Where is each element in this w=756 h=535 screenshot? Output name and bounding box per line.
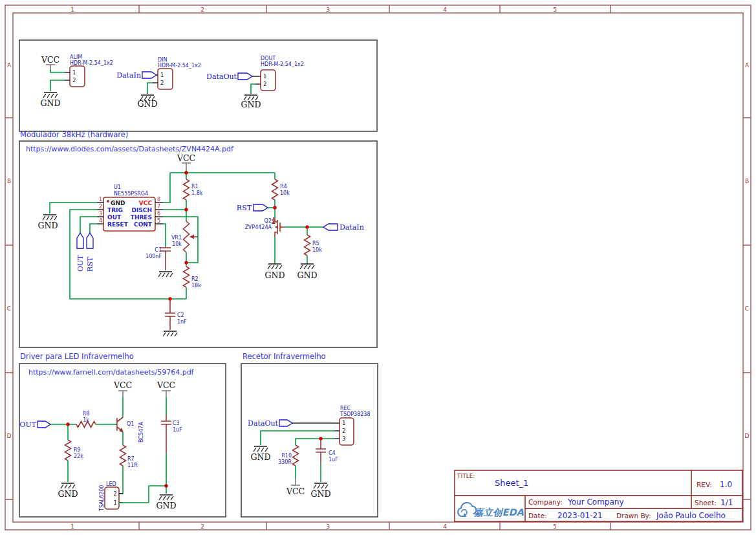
sheet-title[interactable]: Sheet_1 — [495, 478, 528, 488]
vcc-symbol[interactable] — [162, 391, 171, 397]
value-label[interactable]: NE555PSRG4 — [114, 191, 148, 197]
value-label[interactable]: 330R — [278, 459, 292, 465]
gnd-symbol[interactable] — [314, 483, 328, 488]
ref-label[interactable]: C4 — [329, 450, 336, 456]
ref-label[interactable]: VR1 — [171, 235, 182, 241]
wire[interactable] — [80, 217, 97, 233]
component-r2[interactable]: R2 18k — [184, 267, 202, 289]
gnd-label[interactable]: GND — [297, 270, 318, 280]
wire[interactable] — [50, 202, 97, 213]
section-modulator[interactable]: Modulador 38kHz (hardware) https://www.d… — [19, 130, 377, 347]
gnd-label[interactable]: GND — [265, 270, 285, 280]
capacitor-symbol[interactable] — [160, 248, 171, 251]
gnd-label[interactable]: GND — [157, 501, 177, 510]
ref-label[interactable]: Q2 — [265, 218, 272, 224]
component-r7[interactable]: R7 11R — [120, 445, 138, 468]
ref-label[interactable]: R2 — [191, 276, 199, 282]
component-u1[interactable]: U1 NE555PSRG4 1 2 3 4 8 7 6 5 GND TRIG O… — [97, 184, 163, 231]
power-gnd-c4[interactable]: GND — [311, 483, 331, 499]
net-flag-shape[interactable] — [142, 72, 157, 78]
vcc-symbol[interactable] — [182, 163, 191, 169]
ref-label[interactable]: R8 — [83, 411, 90, 417]
gnd-symbol[interactable] — [300, 264, 314, 269]
component-c1[interactable]: C1 100nF — [146, 247, 171, 270]
net-flag-out[interactable]: OUT — [19, 420, 50, 429]
power-vcc-c3[interactable]: VCC — [157, 380, 175, 397]
component-r4[interactable]: R4 10k — [272, 179, 290, 200]
power-gnd-alim[interactable]: GND — [41, 93, 61, 108]
net-flag-shape[interactable] — [77, 233, 83, 248]
net-flag-shape[interactable] — [279, 420, 292, 426]
net-flag-dataout-rec[interactable]: DataOut — [248, 419, 292, 428]
component-c4[interactable]: C4 1uF — [316, 439, 338, 464]
net-flag-out-vertical[interactable]: OUT — [76, 233, 85, 272]
vcc-label[interactable]: VCC — [113, 380, 132, 390]
net-flag-label[interactable]: DataOut — [206, 72, 237, 81]
net-flag-datain-din[interactable]: DataIn — [116, 71, 157, 80]
gnd-symbol[interactable] — [159, 495, 173, 500]
gnd-label[interactable]: GND — [311, 489, 331, 499]
wire[interactable] — [251, 84, 255, 94]
value-label[interactable]: BC547A — [138, 422, 144, 442]
value-label[interactable]: 22k — [74, 453, 83, 459]
net-flag-shape[interactable] — [238, 73, 252, 80]
net-flag-label[interactable]: RST — [86, 256, 94, 272]
value-label[interactable]: 100nF — [146, 254, 162, 259]
wire[interactable] — [163, 224, 166, 247]
company-value[interactable]: Your Company — [567, 497, 624, 507]
ref-label[interactable]: C3 — [173, 420, 180, 426]
net-flag-label[interactable]: DataOut — [248, 419, 278, 428]
power-gnd-q2[interactable]: GND — [265, 264, 285, 280]
ref-label[interactable]: ALIM — [70, 54, 82, 60]
value-label[interactable]: TSOP38238 — [340, 411, 371, 417]
net-flag-rst[interactable]: RST — [237, 204, 268, 212]
component-din[interactable]: DIN HDR-M-2.54_1x2 1 2 — [153, 57, 201, 89]
net-flag-datain-gate[interactable]: DataIn — [323, 223, 364, 232]
vcc-symbol[interactable] — [291, 479, 300, 485]
section-box[interactable] — [241, 364, 378, 517]
vcc-label[interactable]: VCC — [41, 55, 59, 65]
power-vcc-alim[interactable]: VCC — [41, 55, 59, 71]
gnd-label[interactable]: GND — [38, 221, 58, 230]
gnd-label[interactable]: GND — [251, 452, 271, 462]
section-driver[interactable]: Driver para LED Infravermelho https://ww… — [19, 352, 226, 517]
component-rec[interactable]: REC TSOP38238 1 2 3 — [334, 406, 371, 445]
component-c2[interactable]: C2 1nF — [165, 299, 187, 330]
ref-label[interactable]: DOUT — [261, 56, 275, 61]
power-gnd-r5[interactable]: GND — [297, 264, 318, 280]
power-gnd-rec[interactable]: GND — [251, 446, 271, 462]
datasheet-link[interactable]: https://www.farnell.com/datasheets/59764… — [28, 368, 195, 377]
value-label[interactable]: 10k — [280, 190, 290, 196]
rev-value[interactable]: 1.0 — [720, 480, 732, 489]
power-gnd-c3[interactable]: GND — [157, 495, 177, 510]
ref-label[interactable]: DIN — [158, 57, 167, 63]
value-label[interactable]: 1nF — [177, 319, 187, 325]
net-flag-dataout-dout[interactable]: DataOut — [206, 72, 252, 81]
power-vcc-q1[interactable]: VCC — [113, 380, 132, 397]
net-flag-label[interactable]: DataIn — [340, 223, 364, 232]
component-led[interactable]: LED TSAL6200 2 1 — [99, 481, 123, 512]
gnd-symbol[interactable] — [158, 272, 173, 277]
gnd-symbol[interactable] — [43, 215, 57, 220]
power-gnd-r9[interactable]: GND — [58, 483, 78, 499]
date-value[interactable]: 2023-01-21 — [557, 511, 603, 520]
gnd-symbol[interactable] — [61, 483, 75, 488]
ref-label[interactable]: C2 — [177, 312, 184, 318]
gnd-label[interactable]: GND — [58, 489, 78, 499]
section-title[interactable]: Driver para LED Infravermelho — [20, 352, 134, 361]
gnd-label[interactable]: GND — [138, 99, 158, 109]
net-flag-rst-vertical[interactable]: RST — [86, 233, 94, 272]
ref-label[interactable]: C1 — [155, 247, 162, 253]
ref-label[interactable]: R9 — [74, 447, 81, 453]
component-r10[interactable]: R10 330R — [278, 445, 298, 466]
wire[interactable] — [261, 431, 334, 445]
wire[interactable] — [268, 173, 275, 217]
power-gnd-u1[interactable]: GND — [38, 215, 58, 230]
value-label[interactable]: TSAL6200 — [99, 485, 105, 512]
value-label[interactable]: HDR-M-2.54_1x2 — [158, 63, 201, 69]
gnd-symbol[interactable] — [43, 93, 58, 98]
component-r5[interactable]: R5 10k — [305, 235, 323, 256]
ref-label[interactable]: U1 — [114, 184, 121, 190]
capacitor-symbol[interactable] — [316, 449, 326, 452]
net-flag-shape[interactable] — [323, 224, 338, 230]
